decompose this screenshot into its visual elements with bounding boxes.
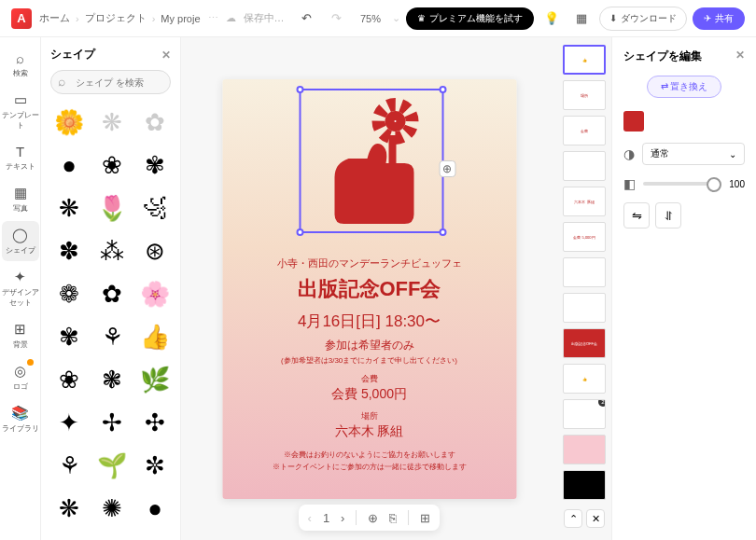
app-logo[interactable]: A bbox=[11, 8, 32, 29]
poster-subtitle[interactable]: 小寺・西田のマンデーランチビュッフェ bbox=[241, 256, 497, 270]
add-handle[interactable]: ⊕ bbox=[439, 160, 455, 177]
rail-background[interactable]: ⊞背景 bbox=[2, 315, 39, 355]
download-button[interactable]: ⬇ ダウンロード bbox=[599, 7, 687, 31]
flip-vertical-button[interactable]: ⥯ bbox=[655, 202, 681, 228]
resize-handle[interactable] bbox=[439, 86, 446, 93]
shape-thumb[interactable]: ✼ bbox=[136, 447, 174, 484]
canvas-area[interactable]: ⊕ 小寺・西田のマンデーランチビュッフェ 出版記念OFF会 4月16日[日] 1… bbox=[181, 37, 557, 540]
chevron-down-icon[interactable]: ⌄ bbox=[392, 12, 400, 24]
poster-note[interactable]: ※トークイベントにご参加の方は一緒に徒歩で移動します bbox=[241, 462, 497, 472]
close-icon[interactable]: ✕ bbox=[735, 48, 745, 64]
shape-thumb[interactable]: ✽ bbox=[50, 232, 88, 270]
rail-library[interactable]: 📚ライブラリ bbox=[2, 399, 39, 439]
shape-thumb[interactable]: ❀ bbox=[93, 146, 131, 184]
shape-thumb[interactable]: ✦ bbox=[50, 404, 88, 441]
shape-thumb[interactable]: 🌸 bbox=[136, 275, 174, 312]
shape-thumb[interactable]: ❀ bbox=[50, 361, 88, 398]
share-button[interactable]: ✈ 共有 bbox=[693, 7, 745, 30]
page-thumb[interactable] bbox=[563, 293, 606, 323]
calendar-icon[interactable]: ▦ bbox=[569, 7, 594, 31]
more-icon[interactable]: ⋯ bbox=[208, 12, 218, 24]
poster-place[interactable]: 六本木 豚組 bbox=[241, 423, 497, 440]
rail-photos[interactable]: ▦写真 bbox=[2, 179, 39, 219]
shape-thumb[interactable]: ✣ bbox=[136, 404, 174, 441]
page-thumb[interactable] bbox=[563, 257, 606, 287]
poster-fee[interactable]: 会費 5,000円 bbox=[241, 386, 497, 403]
page-thumb[interactable]: 👍 bbox=[563, 45, 606, 75]
page-thumb[interactable]: 場所 bbox=[563, 80, 606, 110]
rail-shapes[interactable]: ◯シェイプ bbox=[2, 221, 39, 261]
shape-thumb[interactable]: ✿ bbox=[136, 104, 174, 141]
shape-thumb[interactable]: ⚘ bbox=[50, 447, 88, 484]
shape-thumb[interactable]: ✿ bbox=[93, 275, 131, 312]
blend-mode-dropdown[interactable]: 通常 ⌄ bbox=[642, 143, 745, 165]
lightbulb-icon[interactable]: 💡 bbox=[539, 7, 564, 31]
page-thumb[interactable]: 会費 bbox=[563, 116, 606, 145]
fill-color-swatch[interactable] bbox=[623, 111, 644, 132]
poster-note[interactable]: ※会費はお釣りのないようにご協力をお願いします bbox=[241, 450, 497, 460]
page-thumb[interactable]: 出版記念OFF会 bbox=[563, 328, 606, 358]
page-thumb[interactable]: 2 bbox=[563, 399, 606, 429]
shape-thumb[interactable]: 👍 bbox=[136, 318, 174, 355]
shape-thumb[interactable]: ❋ bbox=[50, 189, 88, 227]
redo-button[interactable]: ↷ bbox=[325, 7, 349, 31]
shape-thumb[interactable]: ꧁ bbox=[136, 189, 174, 227]
shape-thumb[interactable]: ❁ bbox=[50, 275, 88, 312]
resize-handle[interactable] bbox=[439, 228, 446, 236]
shape-thumb[interactable]: ❃ bbox=[93, 361, 131, 398]
shape-thumb[interactable]: ❋ bbox=[50, 490, 88, 527]
shape-thumb[interactable]: 🌱 bbox=[93, 447, 131, 484]
page-thumb[interactable] bbox=[563, 435, 606, 464]
shape-thumb[interactable]: ⊛ bbox=[136, 232, 174, 270]
shape-thumb[interactable]: ● bbox=[136, 490, 174, 527]
poster-title[interactable]: 出版記念OFF会 bbox=[241, 275, 497, 303]
rail-templates[interactable]: ▭テンプレート bbox=[2, 86, 39, 136]
next-page-button[interactable]: › bbox=[341, 511, 344, 525]
add-page-button[interactable]: ⊕ bbox=[368, 511, 378, 525]
shape-thumb[interactable]: ⚘ bbox=[93, 318, 131, 355]
rail-logo[interactable]: ◎ロゴ bbox=[2, 357, 39, 397]
replace-button[interactable]: ⇄ 置き換え bbox=[647, 76, 722, 98]
shape-thumb[interactable]: 🌷 bbox=[93, 189, 131, 227]
flip-horizontal-button[interactable]: ⇋ bbox=[623, 202, 650, 228]
page-thumb[interactable]: 六本木 豚組 bbox=[563, 187, 606, 216]
rail-assets[interactable]: ✦デザインアセット bbox=[2, 263, 39, 313]
page-thumb[interactable] bbox=[563, 470, 606, 500]
page-number[interactable]: 1 bbox=[323, 511, 329, 525]
close-icon[interactable]: ✕ bbox=[161, 48, 171, 62]
shape-thumb[interactable]: ✾ bbox=[50, 318, 88, 355]
shape-thumb[interactable]: ⁂ bbox=[93, 232, 131, 270]
prev-page-button[interactable]: ‹ bbox=[308, 511, 312, 525]
breadcrumb-home[interactable]: ホーム bbox=[39, 11, 70, 25]
resize-handle[interactable] bbox=[296, 86, 303, 93]
shape-thumb[interactable]: 🌼 bbox=[50, 104, 88, 141]
page-collapse-button[interactable]: ⌃ bbox=[564, 509, 582, 528]
shapes-search-input[interactable] bbox=[50, 70, 171, 94]
premium-button[interactable]: ♛ プレミアム機能を試す bbox=[406, 7, 534, 30]
shape-thumb[interactable]: ✺ bbox=[93, 490, 131, 527]
page-close-button[interactable]: ✕ bbox=[586, 509, 605, 528]
shape-thumb[interactable]: 🌿 bbox=[136, 361, 174, 398]
breadcrumb-project[interactable]: My proje bbox=[161, 13, 200, 24]
breadcrumb-projects[interactable]: プロジェクト bbox=[85, 11, 147, 25]
poster-date[interactable]: 4月16日[日] 18:30〜 bbox=[241, 311, 497, 332]
poster-fee-label[interactable]: 会費 bbox=[241, 373, 497, 385]
duplicate-page-button[interactable]: ⎘ bbox=[389, 511, 397, 525]
opacity-slider[interactable] bbox=[643, 182, 721, 186]
page-thumb[interactable] bbox=[563, 151, 606, 181]
poster-place-label[interactable]: 場所 bbox=[241, 410, 497, 422]
grid-view-button[interactable]: ⊞ bbox=[420, 511, 430, 525]
shape-thumb[interactable]: ● bbox=[50, 146, 88, 184]
undo-button[interactable]: ↶ bbox=[295, 7, 319, 31]
shape-thumb[interactable]: ❋ bbox=[93, 104, 131, 141]
zoom-level[interactable]: 75% bbox=[355, 13, 386, 24]
rail-search[interactable]: ⌕検索 bbox=[2, 45, 39, 84]
poster-participation[interactable]: 参加は希望者のみ bbox=[241, 338, 497, 353]
page-thumb[interactable]: 会費 5,000円 bbox=[563, 222, 606, 252]
shape-thumb[interactable]: ✢ bbox=[93, 404, 131, 441]
poster-fine-print[interactable]: (参加希望者は3/30までにカイまで申し出てください) bbox=[241, 355, 497, 366]
resize-handle[interactable] bbox=[296, 228, 303, 236]
rail-text[interactable]: Tテキスト bbox=[2, 138, 39, 177]
shape-thumb[interactable]: ✾ bbox=[136, 146, 174, 184]
canvas[interactable]: ⊕ 小寺・西田のマンデーランチビュッフェ 出版記念OFF会 4月16日[日] 1… bbox=[222, 79, 516, 499]
